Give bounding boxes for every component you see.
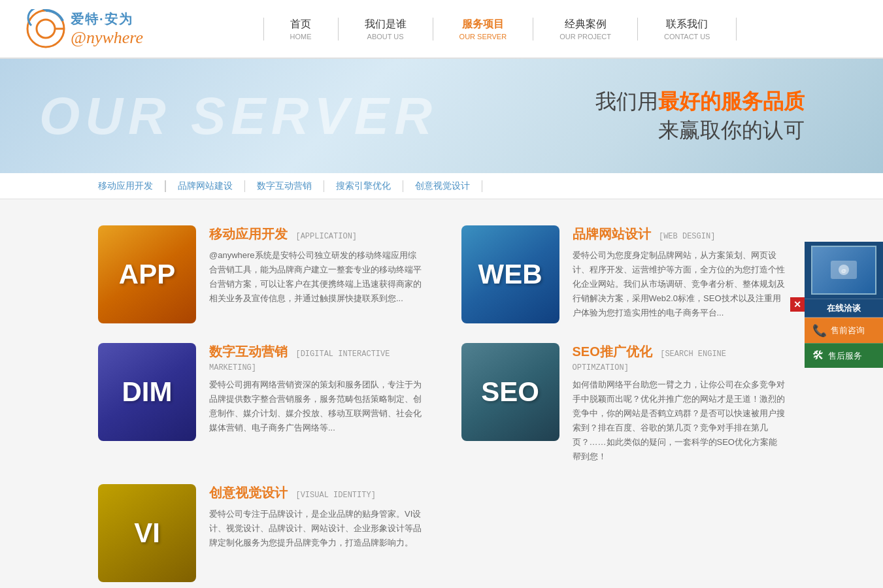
service-row-3: VI 创意视觉设计 [VISUAL IDENTITY] 爱特公司专注于品牌设计，…: [98, 484, 785, 582]
logo-cn: 爱特·安为: [71, 10, 143, 28]
dim-text: 数字互动营销 [DIGITAL INTERACTIVE MARKETING] 爱…: [209, 343, 422, 465]
main-content: APP 移动应用开发 [APPLICATION] @anywhere系统是安特公…: [0, 199, 883, 588]
nav-server[interactable]: 服务项目 OUR SERVER: [433, 18, 534, 41]
empty-space: [461, 484, 786, 582]
seo-desc: 如何借助网络平台助您一臂之力，让你公司在众多竞争对手中脱颖而出呢？优化并推广您的…: [573, 378, 786, 465]
sub-nav-seo[interactable]: 搜索引擎优化: [324, 180, 403, 192]
vi-title-en: [VISUAL IDENTITY]: [295, 491, 375, 500]
float-sidebar: @ 在线洽谈 ✕ 📞 售前咨询 🛠 售后服务: [805, 242, 883, 368]
main-nav: 首页 HOME 我们是谁 ABOUT US 服务项目 OUR SERVER 经典…: [143, 18, 857, 41]
app-title: 移动应用开发: [209, 227, 288, 241]
web-desc: 爱特公司为您度身定制品牌网站，从方案策划、网页设计、程序开发、运营维护等方面，全…: [573, 248, 786, 320]
seo-text: SEO推广优化 [SEARCH ENGINE OPTIMZATION] 如何借助…: [573, 343, 786, 465]
logo-text: 爱特·安为 @nywhere: [71, 10, 143, 48]
hero-bg-text: OUR SERVER: [39, 86, 437, 146]
service-card-vi: VI 创意视觉设计 [VISUAL IDENTITY] 爱特公司专注于品牌设计，…: [98, 484, 422, 582]
vi-text: 创意视觉设计 [VISUAL IDENTITY] 爱特公司专注于品牌设计，是企业…: [209, 484, 422, 582]
web-title-en: [WEB DESGIN]: [659, 232, 715, 241]
vi-icon: VI: [98, 484, 196, 582]
float-aftersale-btn[interactable]: 🛠 售后服务: [805, 343, 883, 368]
service-row-2: DIM 数字互动营销 [DIGITAL INTERACTIVE MARKETIN…: [98, 343, 785, 465]
header: 爱特·安为 @nywhere 首页 HOME 我们是谁 ABOUT US 服务项…: [0, 0, 883, 59]
hero-tagline: 我们用最好的服务品质 来赢取你的认可: [595, 88, 805, 145]
app-title-en: [APPLICATION]: [295, 232, 357, 241]
float-image: @: [811, 246, 876, 295]
float-chat-label: 在线洽谈: [827, 303, 861, 313]
logo[interactable]: 爱特·安为 @nywhere: [26, 9, 143, 48]
logo-brand: @nywhere: [71, 28, 143, 48]
sub-nav-dim[interactable]: 数字互动营销: [245, 180, 324, 192]
nav-project[interactable]: 经典案例 OUR PROJECT: [533, 18, 638, 41]
dim-desc: 爱特公司拥有网络营销资深的策划和服务团队，专注于为品牌提供数字整合营销服务，服务…: [209, 378, 422, 435]
svg-point-1: [37, 20, 55, 38]
web-title: 品牌网站设计: [573, 227, 651, 241]
logo-symbol: [26, 9, 65, 48]
dim-icon: DIM: [98, 343, 196, 441]
app-desc: @anywhere系统是安特公司独立研发的移动终端应用综合营销工具，能为品牌商户…: [209, 248, 422, 306]
svg-text:@: @: [841, 268, 846, 274]
web-icon: WEB: [461, 225, 559, 323]
service-card-web: WEB 品牌网站设计 [WEB DESGIN] 爱特公司为您度身定制品牌网站，从…: [461, 225, 786, 323]
sub-nav-app[interactable]: 移动应用开发: [98, 180, 165, 192]
service-card-seo: SEO SEO推广优化 [SEARCH ENGINE OPTIMZATION] …: [461, 343, 786, 465]
presale-icon: 📞: [812, 323, 827, 338]
dim-title: 数字互动营销: [209, 344, 288, 359]
nav-home[interactable]: 首页 HOME: [263, 18, 339, 41]
nav-contact[interactable]: 联系我们 CONTACT US: [638, 18, 737, 41]
aftersale-icon: 🛠: [812, 349, 824, 363]
app-text: 移动应用开发 [APPLICATION] @anywhere系统是安特公司独立研…: [209, 225, 422, 323]
float-presale-btn[interactable]: 📞 售前咨询: [805, 318, 883, 343]
sub-nav-web[interactable]: 品牌网站建设: [165, 180, 245, 192]
presale-label: 售前咨询: [831, 325, 865, 336]
hero-line1: 我们用最好的服务品质: [595, 88, 805, 116]
float-image-graphic: @: [827, 257, 860, 284]
float-close-btn[interactable]: ✕: [790, 297, 805, 312]
aftersale-label: 售后服务: [828, 350, 862, 362]
nav-about[interactable]: 我们是谁 ABOUT US: [339, 18, 433, 41]
app-icon: APP: [98, 225, 196, 323]
vi-desc: 爱特公司专注于品牌设计，是企业品牌的贴身管家。VI设计、视觉设计、品牌设计、网站…: [209, 507, 422, 550]
seo-title: SEO推广优化: [573, 344, 652, 359]
sub-nav-vi[interactable]: 创意视觉设计: [403, 180, 482, 192]
seo-icon: SEO: [461, 343, 559, 441]
vi-title: 创意视觉设计: [209, 485, 288, 500]
web-text: 品牌网站设计 [WEB DESGIN] 爱特公司为您度身定制品牌网站，从方案策划…: [573, 225, 786, 323]
hero-banner: OUR SERVER 我们用最好的服务品质 来赢取你的认可: [0, 59, 883, 173]
hero-line2: 来赢取你的认可: [595, 116, 805, 145]
service-card-dim: DIM 数字互动营销 [DIGITAL INTERACTIVE MARKETIN…: [98, 343, 422, 465]
service-row-1: APP 移动应用开发 [APPLICATION] @anywhere系统是安特公…: [98, 225, 785, 323]
sub-nav: 移动应用开发 品牌网站建设 数字互动营销 搜索引擎优化 创意视觉设计: [0, 173, 883, 199]
service-card-app: APP 移动应用开发 [APPLICATION] @anywhere系统是安特公…: [98, 225, 422, 323]
